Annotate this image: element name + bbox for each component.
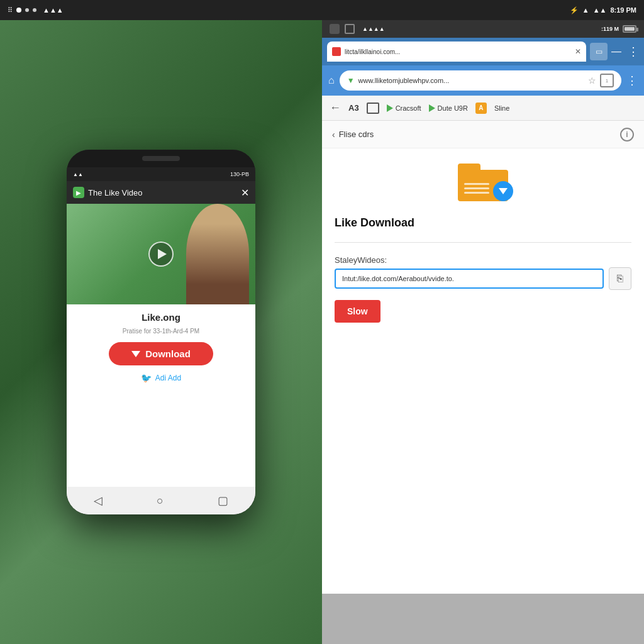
dot3 bbox=[33, 8, 36, 12]
content-header: ‹ Flise cdrs i bbox=[322, 121, 644, 148]
tab-favicon bbox=[332, 47, 341, 56]
tab-count[interactable]: 1 bbox=[600, 74, 614, 87]
url-input[interactable] bbox=[335, 269, 604, 289]
recents-button[interactable]: ▢ bbox=[218, 494, 228, 508]
content-app-name: Like Download bbox=[335, 216, 631, 230]
card-subtitle: Pratise for 33-1th-Ard-4 PM bbox=[123, 328, 199, 335]
folder-line-1 bbox=[464, 183, 489, 185]
bluetooth-icon: ⚡ bbox=[570, 6, 579, 14]
folder-line-3 bbox=[464, 192, 489, 194]
folder-dl-icon bbox=[499, 188, 508, 194]
browser-footer bbox=[322, 594, 644, 644]
right-panel: ▲▲▲▲ :119 M litcta/ilkllainoi.com... ✕ ▭… bbox=[322, 20, 644, 644]
cracsoft-item[interactable]: Cracsoft bbox=[387, 104, 421, 112]
battery-icon bbox=[623, 25, 636, 33]
top-status-time: 8:19 PM bbox=[610, 6, 636, 14]
phone-status-bar: ▲▲ 130-PB bbox=[67, 167, 255, 181]
url-field-row: ⎘ bbox=[335, 267, 631, 290]
folder-icon-container bbox=[335, 164, 631, 201]
dot2 bbox=[25, 8, 29, 12]
cracsoft-play-icon bbox=[387, 104, 393, 112]
top-status-bar: ⠿ ▲▲▲ ⚡ ▲ ▲▲ 8:19 PM bbox=[0, 0, 644, 20]
dute-item[interactable]: Dute U9R bbox=[429, 104, 468, 112]
dot1 bbox=[16, 8, 21, 13]
main-area: ▲▲ 130-PB ▶ The Like Video ✕ bbox=[0, 20, 644, 644]
dute-label: Dute U9R bbox=[438, 104, 468, 112]
bsb-right: :119 M bbox=[601, 25, 636, 33]
toolbar-a3: A3 bbox=[348, 103, 359, 113]
app-icon: ▶ bbox=[73, 187, 84, 198]
new-tab-button[interactable]: ▭ bbox=[590, 43, 608, 60]
bsb-left: ▲▲▲▲ bbox=[330, 24, 385, 34]
content-body: Like Download StaleyWideos: ⎘ Slow bbox=[322, 148, 644, 338]
chrome-tab[interactable]: litcta/ilkllainoi.com... ✕ bbox=[327, 42, 586, 62]
tab-title: litcta/ilkllainoi.com... bbox=[345, 48, 571, 55]
phone-card: Like.ong Pratise for 33-1th-Ard-4 PM Dow… bbox=[67, 304, 255, 487]
home-button[interactable]: ○ bbox=[157, 494, 164, 508]
info-icon[interactable]: i bbox=[620, 128, 634, 142]
wifi-icon: ▲ bbox=[582, 6, 589, 14]
breadcrumb: ‹ Flise cdrs bbox=[332, 130, 374, 140]
chrome-addressbar: ⌂ ▼ www.lliketomjublewhpv.com... ☆ 1 ⋮ bbox=[322, 65, 644, 96]
browser-icon2 bbox=[345, 24, 355, 34]
breadcrumb-chevron: ‹ bbox=[332, 130, 335, 140]
browser-signal: ▲▲▲▲ bbox=[362, 26, 385, 32]
twitter-icon: 🐦 bbox=[141, 373, 152, 383]
sline-label: Sline bbox=[494, 104, 509, 112]
url-field-section: StaleyWideos: ⎘ bbox=[335, 255, 631, 290]
download-icon bbox=[131, 351, 140, 357]
left-panel: ▲▲ 130-PB ▶ The Like Video ✕ bbox=[0, 20, 322, 644]
chrome-dash: — bbox=[611, 46, 621, 57]
more-icon[interactable]: ⋮ bbox=[626, 74, 638, 87]
chrome-menu-button[interactable]: ⋮ bbox=[628, 45, 639, 58]
tab-close-icon[interactable]: ✕ bbox=[575, 47, 581, 56]
browser-statusbar: ▲▲▲▲ :119 M bbox=[322, 20, 644, 38]
dute-play-icon bbox=[429, 104, 435, 112]
signal-bars: ▲▲ bbox=[593, 6, 607, 14]
twitter-label: Adi Add bbox=[155, 374, 181, 382]
video-thumbnail[interactable] bbox=[67, 204, 255, 304]
folder-line-2 bbox=[464, 187, 489, 189]
phone-signal: ▲▲ bbox=[73, 172, 83, 177]
a-badge: A bbox=[475, 103, 487, 114]
back-icon[interactable]: ← bbox=[330, 101, 341, 114]
download-button[interactable]: Download bbox=[109, 342, 213, 365]
phone-device: ▲▲ 130-PB ▶ The Like Video ✕ bbox=[67, 150, 255, 514]
paste-button[interactable]: ⎘ bbox=[609, 267, 631, 290]
phone-nav-bar: ◁ ○ ▢ bbox=[67, 487, 255, 514]
download-label: Download bbox=[145, 348, 191, 359]
status-left-icons: ⠿ ▲▲▲ bbox=[8, 6, 64, 14]
chrome-toolbar: ← A3 Cracsoft Dute U9R A Sline bbox=[322, 96, 644, 121]
chrome-tabbar: litcta/ilkllainoi.com... ✕ ▭ — ⋮ bbox=[322, 38, 644, 65]
play-icon bbox=[158, 249, 167, 259]
app-title-row: ▶ The Like Video bbox=[73, 187, 143, 198]
close-icon[interactable]: ✕ bbox=[241, 187, 249, 199]
app-bar: ▶ The Like Video ✕ bbox=[67, 181, 255, 204]
folder-lines bbox=[464, 183, 489, 196]
browser-icon bbox=[330, 24, 340, 34]
earpiece bbox=[142, 156, 180, 161]
home-icon[interactable]: ⌂ bbox=[328, 75, 335, 86]
breadcrumb-text[interactable]: Flise cdrs bbox=[339, 130, 374, 139]
status-right-icons: ⚡ ▲ ▲▲ 8:19 PM bbox=[570, 6, 636, 14]
phone-notch bbox=[67, 150, 255, 167]
battery-fill bbox=[625, 27, 635, 31]
new-tab-icon: ▭ bbox=[596, 47, 602, 56]
play-button[interactable] bbox=[148, 242, 174, 267]
bookmark-icon[interactable]: ☆ bbox=[588, 75, 596, 86]
field-label: StaleyWideos: bbox=[335, 255, 631, 265]
tab-count-label: 1 bbox=[606, 78, 608, 84]
browser-content: ‹ Flise cdrs i bbox=[322, 121, 644, 594]
app-title: The Like Video bbox=[88, 188, 143, 197]
cracsoft-label: Cracsoft bbox=[396, 104, 421, 112]
address-bar[interactable]: ▼ www.lliketomjublewhpv.com... ☆ 1 bbox=[340, 70, 621, 91]
toolbar-tab-icon bbox=[367, 103, 379, 114]
slow-button[interactable]: Slow bbox=[335, 300, 380, 323]
back-button[interactable]: ◁ bbox=[94, 494, 103, 508]
address-text: www.lliketomjublewhpv.com... bbox=[358, 77, 584, 84]
signal-icon: ▲▲▲ bbox=[43, 6, 64, 14]
twitter-link[interactable]: 🐦 Adi Add bbox=[141, 373, 181, 383]
divider bbox=[335, 242, 631, 243]
folder-download-arrow bbox=[493, 181, 513, 201]
person-thumbnail bbox=[186, 204, 249, 304]
